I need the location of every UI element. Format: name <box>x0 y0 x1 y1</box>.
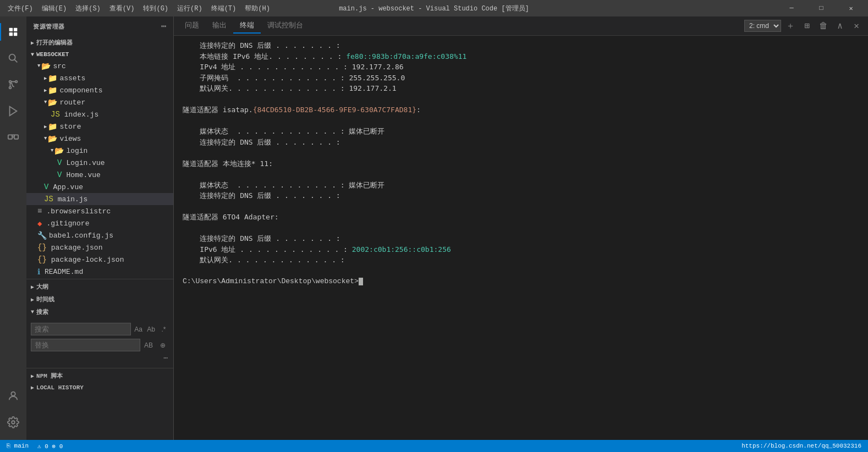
open-editors-label: 打开的编辑器 <box>36 38 73 47</box>
menu-terminal[interactable]: 终端(T) <box>208 3 240 14</box>
split-terminal-btn[interactable]: ⊞ <box>800 19 814 33</box>
timeline-chevron: ▶ <box>31 296 34 303</box>
menu-bar[interactable]: 文件(F) 编辑(E) 选择(S) 查看(V) 转到(G) 运行(R) 终端(T… <box>4 3 273 14</box>
menu-view[interactable]: 查看(V) <box>106 3 138 14</box>
search-chevron: ▼ <box>31 309 34 315</box>
prompt-text: C:\Users\Administrator\Desktop\websocket… <box>183 276 359 287</box>
divider-2 <box>26 368 173 368</box>
tree-item-components[interactable]: ▶ 📁 components <box>26 84 173 96</box>
components-folder-icon: 📁 <box>48 86 57 95</box>
replace-input[interactable] <box>31 339 140 351</box>
terminal-content[interactable]: 连接特定的 DNS 后缀 . . . . . . . : 本地链接 IPv6 地… <box>174 36 868 440</box>
project-section[interactable]: ▼ WEBSOCKET <box>26 49 173 60</box>
terminal-output-line-9: 隧道适配器 本地连接* 11: <box>183 158 859 169</box>
vue-file-icon-home: V <box>57 170 62 179</box>
app-vue-label: App.vue <box>53 183 83 191</box>
match-word-btn[interactable]: Ab <box>146 323 156 335</box>
npm-scripts-label: NPM 脚本 <box>36 372 63 380</box>
tree-item-package-json[interactable]: {} package.json <box>26 241 173 253</box>
terminal-tab-debug[interactable]: 调试控制台 <box>261 18 310 34</box>
pkg-json-icon: {} <box>37 243 47 252</box>
search-more-btn[interactable]: ⋯ <box>162 353 169 363</box>
more-options-icon[interactable]: ⋯ <box>161 21 167 32</box>
minimize-button[interactable]: ─ <box>779 0 804 16</box>
package-lock-label: package-lock.json <box>51 256 124 264</box>
replace-row: AB ⊕ <box>31 339 169 351</box>
tree-item-readme[interactable]: ℹ README.md <box>26 266 173 278</box>
project-name-label: WEBSOCKET <box>36 51 69 58</box>
tree-item-router[interactable]: ▼ 📂 router <box>26 96 173 108</box>
menu-run[interactable]: 运行(R) <box>174 3 206 14</box>
svg-rect-1 <box>14 28 17 31</box>
router-label: router <box>59 98 85 107</box>
close-button[interactable]: ✕ <box>838 0 864 16</box>
timeline-section[interactable]: ▶ 时间线 <box>26 293 173 306</box>
terminal-output-line-4: 子网掩码 . . . . . . . . . . . . : 255.255.2… <box>183 73 859 84</box>
activity-search-icon[interactable] <box>0 45 26 71</box>
case-sensitive-replace-btn[interactable]: AB <box>142 339 155 351</box>
terminal-instance-select[interactable]: 2: cmd <box>744 20 781 32</box>
outline-chevron: ▶ <box>31 284 34 290</box>
replace-extra-btn[interactable]: ⊕ <box>157 339 169 351</box>
window-controls[interactable]: ─ □ ✕ <box>779 0 864 16</box>
menu-file[interactable]: 文件(F) <box>4 3 36 14</box>
tree-item-store[interactable]: ▶ 📁 store <box>26 120 173 133</box>
open-editors-section[interactable]: ▶ 打开的编辑器 <box>26 36 173 49</box>
activity-explorer-icon[interactable] <box>0 19 26 45</box>
svg-point-8 <box>9 87 12 89</box>
local-history-section[interactable]: ▶ LOCAL HISTORY <box>26 382 173 393</box>
tree-item-browserslistrc[interactable]: ≡ .browserslistrc <box>26 205 173 217</box>
tree-item-babel-config[interactable]: 🔧 babel.config.js <box>26 229 173 241</box>
sidebar-header-icons[interactable]: ⋯ <box>161 21 167 32</box>
terminal-prompt: C:\Users\Administrator\Desktop\websocket… <box>183 276 859 287</box>
tree-item-home-vue[interactable]: V Home.vue <box>26 169 173 181</box>
tree-item-app-vue[interactable]: V App.vue <box>26 181 173 193</box>
maximize-button[interactable]: □ <box>809 0 834 16</box>
menu-select[interactable]: 选择(S) <box>72 3 104 14</box>
status-branch[interactable]: ⎘ main <box>4 443 31 449</box>
terminal-output-blank-4 <box>183 169 859 180</box>
close-terminal-btn[interactable]: ✕ <box>849 19 864 33</box>
terminal-output-blank-3 <box>183 147 859 158</box>
status-url[interactable]: https://blog.csdn.net/qq_50032316 <box>739 443 864 449</box>
terminal-header-right: 2: cmd ＋ ⊞ 🗑 ∧ ✕ <box>744 19 864 33</box>
search-section-header[interactable]: ▼ 搜索 <box>26 306 173 318</box>
activity-debug-icon[interactable] <box>0 98 26 124</box>
store-chevron: ▶ <box>44 124 47 130</box>
svg-point-7 <box>15 81 18 83</box>
activity-settings-icon[interactable] <box>0 409 26 436</box>
menu-edit[interactable]: 编辑(E) <box>39 3 70 14</box>
terminal-tab-terminal[interactable]: 终端 <box>233 18 261 34</box>
terminal-tab-problems[interactable]: 问题 <box>178 18 206 34</box>
terminal-tab-output[interactable]: 输出 <box>206 18 233 34</box>
search-input[interactable] <box>31 323 131 335</box>
activity-account-icon[interactable] <box>0 383 26 409</box>
tree-item-login-vue[interactable]: V Login.vue <box>26 157 173 169</box>
tree-item-gitignore[interactable]: ◆ .gitignore <box>26 217 173 229</box>
new-terminal-btn[interactable]: ＋ <box>783 19 798 33</box>
tree-item-main-js[interactable]: JS main.js <box>26 193 173 205</box>
svg-rect-2 <box>9 32 13 36</box>
match-case-btn[interactable]: Aa <box>133 323 144 335</box>
tree-item-src[interactable]: ▼ 📂 src <box>26 60 173 72</box>
js-file-icon-main: JS <box>44 195 53 203</box>
menu-goto[interactable]: 转到(G) <box>140 3 172 14</box>
router-folder-icon: 📂 <box>48 98 57 107</box>
tree-item-index-js[interactable]: JS index.js <box>26 108 173 120</box>
tree-item-views[interactable]: ▼ 📂 views <box>26 133 173 145</box>
activity-git-icon[interactable] <box>0 71 26 98</box>
outline-section[interactable]: ▶ 大纲 <box>26 280 173 293</box>
login-folder-label: login <box>66 147 87 155</box>
open-editors-chevron: ▶ <box>31 40 34 46</box>
trash-terminal-btn[interactable]: 🗑 <box>816 19 831 33</box>
npm-scripts-section[interactable]: ▶ NPM 脚本 <box>26 370 173 382</box>
readme-icon: ℹ <box>37 267 40 277</box>
status-errors[interactable]: ⚠ 0 ⊗ 0 <box>35 443 65 450</box>
menu-help[interactable]: 帮助(H) <box>241 3 273 14</box>
tree-item-assets[interactable]: ▶ 📁 assets <box>26 72 173 84</box>
activity-extensions-icon[interactable] <box>0 124 26 151</box>
regex-btn[interactable]: .* <box>158 323 169 335</box>
maximize-terminal-btn[interactable]: ∧ <box>833 19 847 33</box>
tree-item-login-folder[interactable]: ▼ 📂 login <box>26 145 173 157</box>
tree-item-package-lock[interactable]: {} package-lock.json <box>26 253 173 266</box>
